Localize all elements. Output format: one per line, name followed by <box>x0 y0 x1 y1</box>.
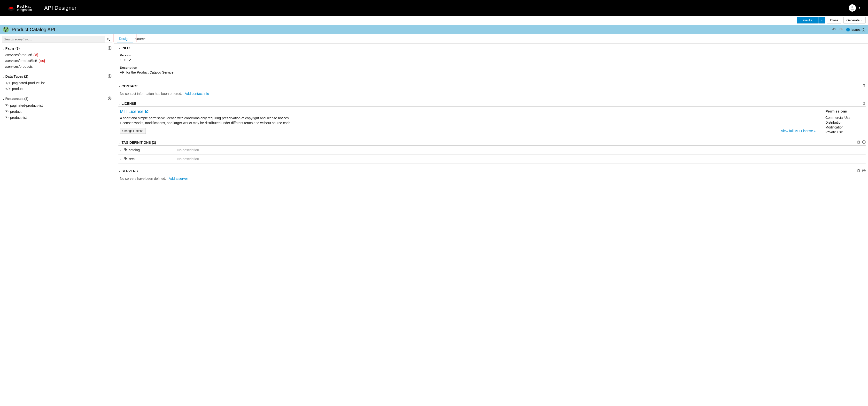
add-data-type-button[interactable] <box>108 74 112 79</box>
svg-point-23 <box>125 148 125 149</box>
permissions-column: Permissions Commercial Use Distribution … <box>826 109 864 135</box>
paths-title: Paths (3) <box>5 46 20 50</box>
chevron-down-icon: ⌄ <box>118 85 120 87</box>
chevron-down-icon: ⌄ <box>2 47 4 50</box>
tags-section: ⌄ TAG DEFINITIONS (2) › catalog No descr… <box>118 140 866 164</box>
user-icon <box>849 5 855 11</box>
add-contact-link[interactable]: Add contact info <box>185 92 209 96</box>
generate-button[interactable]: Generate ⌄ <box>843 17 866 24</box>
path-item[interactable]: /services/product/list/{ids} <box>2 58 112 64</box>
contact-empty: No contact information has been entered. <box>120 92 182 96</box>
add-server-button[interactable] <box>862 169 866 173</box>
issues-label: Issues (0) <box>851 28 866 31</box>
add-server-link[interactable]: Add a server <box>169 177 188 180</box>
responses-header[interactable]: ⌄ Responses (3) <box>2 95 112 102</box>
trash-icon[interactable] <box>857 140 860 144</box>
servers-section: ⌄ SERVERS No servers have been defined. … <box>118 169 866 181</box>
trash-icon[interactable] <box>862 101 866 105</box>
save-as-dropdown[interactable]: ⌄ <box>818 17 825 24</box>
pencil-icon[interactable] <box>129 58 132 62</box>
permission-item: Distribution <box>826 120 864 125</box>
data-type-item[interactable]: </>product <box>2 86 112 92</box>
data-type-item[interactable]: </>paginated-product-list <box>2 80 112 86</box>
data-types-title: Data Types (2) <box>5 74 28 78</box>
add-tag-button[interactable] <box>862 140 866 144</box>
external-link-icon <box>145 109 149 114</box>
add-response-button[interactable] <box>108 97 112 101</box>
chevron-down-icon: ⌄ <box>118 47 120 49</box>
caret-down-icon: ▼ <box>858 6 861 9</box>
title-bar: Product Catalog API ↶ ↷ ✓ Issues (0) <box>0 25 868 34</box>
redhat-logo: Red Hat Integration <box>7 5 32 11</box>
svg-point-24 <box>125 158 125 158</box>
svg-line-10 <box>109 40 110 41</box>
code-icon: </> <box>5 87 11 91</box>
api-title: Product Catalog API <box>11 27 830 32</box>
trash-icon[interactable] <box>862 84 866 88</box>
chevron-right-icon: › <box>120 148 124 151</box>
permission-item: Modification <box>826 125 864 130</box>
generate-label: Generate <box>846 19 860 22</box>
permission-item: Commercial Use <box>826 115 864 120</box>
avatar <box>848 4 856 11</box>
path-item[interactable]: /services/product/{id} <box>2 52 112 58</box>
brand-text: Red Hat <box>17 5 32 8</box>
save-as-split: Save As... ⌄ <box>797 17 825 24</box>
permissions-title: Permissions <box>826 109 864 113</box>
chevron-down-icon: ⌄ <box>2 75 4 78</box>
license-section: ⌄ LICENSE MIT License A short and si <box>118 101 866 135</box>
sections: ⌄ INFO Version 1.0.0 Description API for… <box>114 43 868 191</box>
description-value: API for the Product Catalog Service <box>120 70 174 74</box>
servers-header[interactable]: ⌄ SERVERS <box>118 169 866 174</box>
license-header[interactable]: ⌄ LICENSE <box>118 101 866 107</box>
response-item[interactable]: product <box>2 108 112 114</box>
tab-source[interactable]: Source <box>133 35 149 43</box>
reply-icon <box>5 103 9 107</box>
info-header[interactable]: ⌄ INFO <box>118 46 866 51</box>
add-path-button[interactable] <box>108 46 112 50</box>
reply-icon <box>5 109 9 113</box>
license-name-link[interactable]: MIT License <box>120 109 816 114</box>
undo-icon[interactable]: ↶ <box>832 27 836 32</box>
search-row <box>2 36 112 43</box>
top-header: Red Hat Integration API Designer ▼ <box>0 0 868 16</box>
tags-header[interactable]: ⌄ TAG DEFINITIONS (2) <box>118 140 866 146</box>
title-actions: ↶ ↷ ✓ Issues (0) <box>832 27 866 32</box>
search-button[interactable] <box>105 36 112 43</box>
api-icon <box>2 26 9 33</box>
view-full-license-link[interactable]: View full MIT License » <box>781 129 816 133</box>
license-description: A short and simple permissive license wi… <box>120 116 304 126</box>
data-types-header[interactable]: ⌄ Data Types (2) <box>2 73 112 80</box>
tab-design[interactable]: Design <box>117 35 133 43</box>
caret-down-icon: ⌄ <box>861 19 862 22</box>
path-item[interactable]: /services/products <box>2 64 112 69</box>
redo-icon[interactable]: ↷ <box>839 27 843 32</box>
paths-header[interactable]: ⌄ Paths (3) <box>2 45 112 52</box>
brand-sub: Integration <box>17 8 32 11</box>
user-menu[interactable]: ▼ <box>848 4 861 11</box>
tag-row[interactable]: › retail No description. <box>118 155 866 164</box>
response-item[interactable]: product-list <box>2 114 112 121</box>
reply-icon <box>5 115 9 120</box>
chevron-down-icon: ⌄ <box>118 141 120 144</box>
svg-point-1 <box>851 6 853 8</box>
trash-icon[interactable] <box>857 169 860 173</box>
contact-header[interactable]: ⌄ CONTACT <box>118 84 866 89</box>
close-button[interactable]: Close <box>827 17 841 24</box>
chevron-right-icon: › <box>120 158 124 161</box>
chevron-down-icon: ⌄ <box>2 98 4 100</box>
change-license-button[interactable]: Change License <box>120 128 146 134</box>
save-as-button[interactable]: Save As... <box>797 17 818 24</box>
search-input[interactable] <box>2 36 105 43</box>
contact-section: ⌄ CONTACT No contact information has bee… <box>118 84 866 96</box>
issues-link[interactable]: ✓ Issues (0) <box>846 28 866 31</box>
tag-row[interactable]: › catalog No description. <box>118 146 866 155</box>
logo-text: Red Hat Integration <box>17 5 32 11</box>
responses-title: Responses (3) <box>5 97 29 101</box>
response-item[interactable]: paginated-product-list <box>2 102 112 108</box>
info-section: ⌄ INFO Version 1.0.0 Description API for… <box>118 46 866 79</box>
sidebar: ⌄ Paths (3) /services/product/{id} /serv… <box>0 34 114 191</box>
chevron-down-icon: ⌄ <box>118 102 120 105</box>
tag-icon <box>124 157 127 161</box>
description-label: Description <box>120 66 864 69</box>
